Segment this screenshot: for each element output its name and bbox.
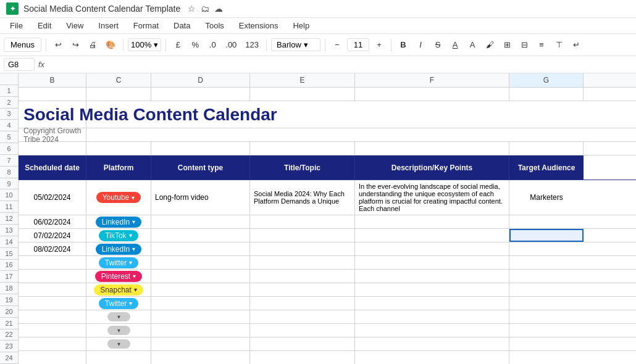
- platform-badge-3[interactable]: LinkedIn ▾: [96, 244, 141, 255]
- row-3: 3: [0, 109, 18, 120]
- font-dropdown[interactable]: Barlow ▾: [271, 38, 320, 51]
- col-header-g[interactable]: G: [509, 73, 584, 87]
- cell-f1[interactable]: [355, 88, 509, 101]
- col-header-b[interactable]: B: [19, 73, 86, 87]
- col-header-c[interactable]: C: [86, 73, 151, 87]
- align-button[interactable]: ≡: [534, 37, 549, 53]
- cell-title-0[interactable]: Social Media 2024: Why Each Platform Dem…: [250, 180, 355, 215]
- th-title-topic[interactable]: Title/Topic: [250, 155, 355, 180]
- cell-contenttype-0[interactable]: Long-form video: [151, 180, 250, 215]
- strikethrough-button[interactable]: S: [430, 37, 445, 53]
- underline-button[interactable]: A: [448, 37, 462, 53]
- cell-platform-7[interactable]: Twitter ▾: [86, 297, 151, 310]
- cell-desc-0[interactable]: In the ever-evolving landscape of social…: [355, 180, 509, 215]
- merge-button[interactable]: ⊟: [517, 37, 532, 53]
- menu-edit[interactable]: Edit: [34, 19, 55, 32]
- cell-date-3[interactable]: 08/02/2024: [19, 242, 86, 255]
- cell-date-2[interactable]: 07/02/2024: [19, 229, 86, 242]
- cell-platform-10[interactable]: ▾: [86, 337, 151, 350]
- paint-format-button[interactable]: 🎨: [103, 37, 119, 53]
- cell-platform-9[interactable]: ▾: [86, 324, 151, 337]
- cloud-icon[interactable]: ☁: [214, 4, 223, 14]
- print-button[interactable]: 🖨: [85, 37, 100, 53]
- redo-button[interactable]: ↪: [68, 37, 83, 53]
- row-13: 13: [0, 225, 18, 236]
- menu-view[interactable]: View: [62, 19, 87, 32]
- table-row: ▾: [19, 310, 636, 324]
- cell-e1[interactable]: [250, 88, 355, 101]
- borders-button[interactable]: ⊞: [500, 37, 514, 53]
- inc-decimals-button[interactable]: .00: [222, 37, 240, 53]
- undo-button[interactable]: ↩: [51, 37, 65, 53]
- sheet-title-cell[interactable]: Social Media Content Calendar: [19, 101, 86, 128]
- cell-date-1[interactable]: 06/02/2024: [19, 215, 86, 228]
- star-icon[interactable]: ☆: [188, 4, 196, 14]
- th-audience[interactable]: Target Audience: [509, 155, 584, 180]
- platform-badge-1[interactable]: LinkedIn ▾: [96, 217, 141, 228]
- cell-reference[interactable]: [4, 58, 35, 71]
- badge-chevron-8: ▾: [117, 313, 120, 320]
- menu-insert[interactable]: Insert: [94, 19, 122, 32]
- percent-button[interactable]: %: [188, 37, 203, 53]
- platform-badge-6[interactable]: Snapchat ▾: [94, 284, 143, 296]
- cell-platform-6[interactable]: Snapchat ▾: [86, 283, 151, 296]
- title-bar: ✦ Social Media Content Calendar Template…: [0, 0, 636, 18]
- platform-badge-0[interactable]: Youtube ▾: [96, 192, 141, 203]
- platform-badge-7[interactable]: Twitter ▾: [99, 298, 138, 309]
- menus-button[interactable]: Menus: [4, 38, 41, 52]
- platform-badge-10[interactable]: ▾: [107, 339, 130, 349]
- valign-button[interactable]: ⊤: [551, 37, 566, 53]
- cell-platform-5[interactable]: Pinterest ▾: [86, 270, 151, 283]
- th-platform[interactable]: Platform: [86, 155, 151, 180]
- font-size-decrease[interactable]: −: [330, 37, 345, 53]
- cell-platform-1[interactable]: LinkedIn ▾: [86, 215, 151, 228]
- menu-help[interactable]: Help: [289, 19, 313, 32]
- cell-g1[interactable]: [509, 88, 584, 101]
- th-content-type[interactable]: Content type: [151, 155, 250, 180]
- cell-b1[interactable]: [19, 88, 86, 101]
- menu-file[interactable]: File: [6, 19, 27, 32]
- cell-platform-0[interactable]: Youtube ▾: [86, 180, 151, 215]
- cell-platform-3[interactable]: LinkedIn ▾: [86, 242, 151, 255]
- th-desc[interactable]: Description/Key Points: [355, 155, 509, 180]
- platform-badge-9[interactable]: ▾: [107, 326, 130, 335]
- toolbar-sep-5: [325, 39, 325, 51]
- formula-input[interactable]: [48, 59, 632, 70]
- platform-badge-8[interactable]: ▾: [107, 312, 130, 321]
- platform-badge-5[interactable]: Pinterest ▾: [95, 271, 142, 282]
- menu-extensions[interactable]: Extensions: [235, 19, 282, 32]
- cell-d1[interactable]: [151, 88, 250, 101]
- format-123-button[interactable]: 123: [242, 37, 262, 53]
- title-actions: ☆ 🗂 ☁: [188, 4, 223, 14]
- currency-button[interactable]: £: [170, 37, 185, 53]
- cell-platform-8[interactable]: ▾: [86, 310, 151, 323]
- cell-c1[interactable]: [86, 88, 151, 101]
- cell-g-selected[interactable]: [509, 229, 584, 242]
- copyright-cell[interactable]: Copyright Growth Tribe 2024: [19, 126, 86, 144]
- th-scheduled-date[interactable]: Scheduled date: [19, 155, 86, 180]
- wrap-button[interactable]: ↵: [569, 37, 584, 53]
- platform-badge-4[interactable]: Twitter ▾: [99, 257, 138, 268]
- italic-button[interactable]: I: [413, 37, 428, 53]
- cell-platform-2[interactable]: TikTok ▾: [86, 229, 151, 242]
- dec-decimals-button[interactable]: .0: [205, 37, 220, 53]
- font-size-box[interactable]: 11: [347, 38, 369, 51]
- menu-tools[interactable]: Tools: [201, 19, 227, 32]
- cell-audience-0[interactable]: Marketers: [509, 180, 584, 215]
- zoom-dropdown[interactable]: 100% ▾: [128, 38, 161, 51]
- menu-data[interactable]: Data: [170, 19, 194, 32]
- cell-date-0[interactable]: 05/02/2024: [19, 180, 86, 215]
- menu-format[interactable]: Format: [130, 19, 162, 32]
- fill-color-button[interactable]: 🖌: [482, 37, 497, 53]
- font-size-increase[interactable]: +: [372, 37, 387, 53]
- bold-button[interactable]: B: [396, 37, 411, 53]
- platform-badge-2[interactable]: TikTok ▾: [99, 230, 138, 241]
- col-header-f[interactable]: F: [355, 73, 509, 87]
- col-header-e[interactable]: E: [250, 73, 355, 87]
- badge-chevron-9: ▾: [117, 327, 120, 334]
- row-7: 7: [0, 155, 18, 167]
- cell-platform-4[interactable]: Twitter ▾: [86, 256, 151, 269]
- folder-icon[interactable]: 🗂: [201, 4, 209, 14]
- col-header-d[interactable]: D: [151, 73, 250, 87]
- text-color-button[interactable]: A: [465, 37, 480, 53]
